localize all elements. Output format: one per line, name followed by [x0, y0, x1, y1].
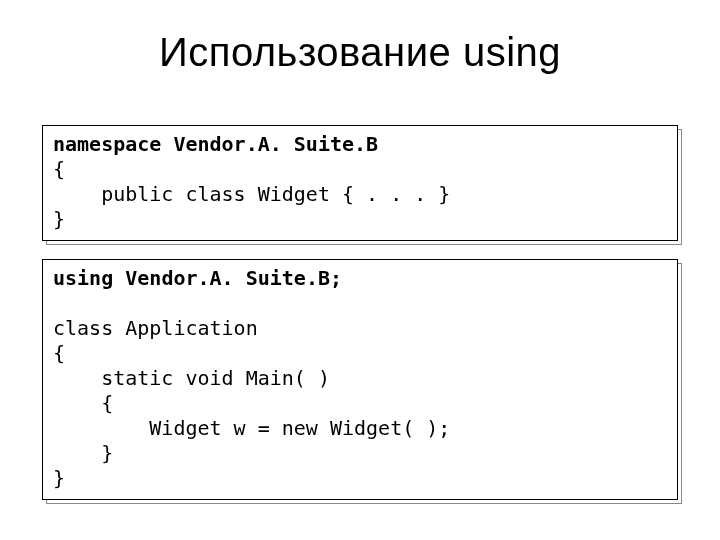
slide-title: Использование using: [42, 30, 678, 75]
keyword-using: using: [53, 266, 113, 290]
code-line: {: [53, 391, 113, 415]
namespace-name: Vendor.A. Suite.B: [161, 132, 378, 156]
code-block-2-wrapper: using Vendor.A. Suite.B; class Applicati…: [42, 259, 678, 500]
code-block-2: using Vendor.A. Suite.B; class Applicati…: [42, 259, 678, 500]
code-line: {: [53, 157, 65, 181]
code-line: {: [53, 341, 65, 365]
code-line: }: [53, 207, 65, 231]
slide: Использование using namespace Vendor.A. …: [0, 0, 720, 540]
code-line: public class Widget { . . . }: [53, 182, 450, 206]
code-block-1-wrapper: namespace Vendor.A. Suite.B { public cla…: [42, 125, 678, 241]
keyword-namespace: namespace: [53, 132, 161, 156]
code-line: Widget w = new Widget( );: [53, 416, 450, 440]
code-line: static void Main( ): [53, 366, 330, 390]
code-block-1: namespace Vendor.A. Suite.B { public cla…: [42, 125, 678, 241]
code-line: }: [53, 466, 65, 490]
code-line: class Application: [53, 316, 258, 340]
code-line: }: [53, 441, 113, 465]
using-name: Vendor.A. Suite.B;: [113, 266, 342, 290]
